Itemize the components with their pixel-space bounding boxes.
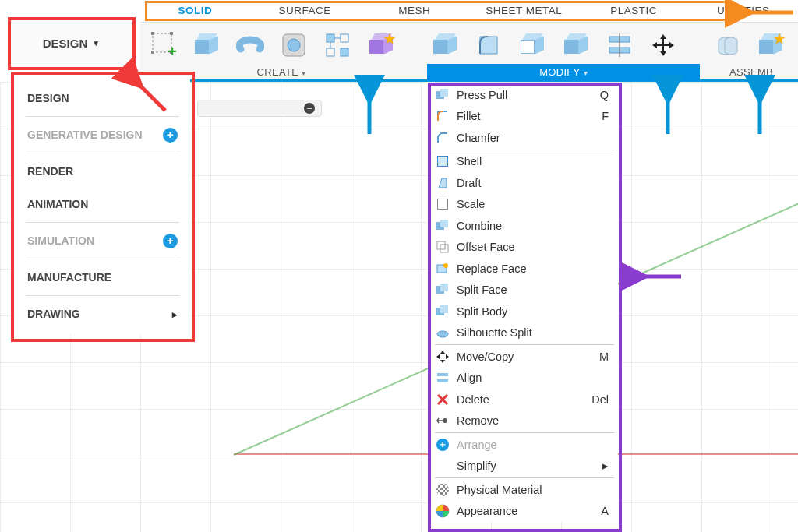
modify-item-arrange[interactable]: +Arrange [431,434,618,456]
svg-rect-1 [151,32,154,35]
split-face-icon [436,283,450,297]
svg-point-6 [288,39,300,51]
modify-item-material[interactable]: Physical Material [431,479,618,501]
align-icon [436,371,450,385]
modify-item-label: Scale [457,198,485,210]
modify-item-combine[interactable]: Combine [431,215,618,237]
svg-point-21 [443,263,448,268]
star-badge-icon: ★ [773,30,786,48]
modify-item-replace-face[interactable]: Replace Face [431,258,618,280]
svg-rect-23 [437,373,448,376]
workspace-switcher-button[interactable]: DESIGN ▼ [11,20,132,66]
tool-shell[interactable] [514,26,550,64]
modify-item-shell[interactable]: Shell [431,151,618,173]
tool-pattern[interactable] [320,26,355,64]
ws-item-manufacture[interactable]: MANUFACTURE [15,261,190,294]
modify-item-remove[interactable]: Remove [431,410,618,432]
tab-solid[interactable]: SOLID [140,0,250,22]
modify-item-shortcut: M [599,351,609,363]
ws-item-animation[interactable]: ANIMATION [15,188,190,220]
workspace-dropdown-panel: DESIGN GENERATIVE DESIGN+ RENDER ANIMATI… [15,76,190,335]
modify-item-draft[interactable]: Draft [431,172,618,194]
tool-form[interactable]: ★ [363,26,399,64]
modify-item-label: Replace Face [457,262,526,275]
modify-item-label: Silhouette Split [457,326,532,339]
tab-sheet-metal[interactable]: SHEET METAL [469,0,579,22]
ws-item-render[interactable]: RENDER [15,155,190,188]
tool-joint[interactable] [709,26,745,64]
chevron-right-icon [602,460,609,472]
modify-item-label: Draft [457,177,481,189]
separator [26,259,179,259]
tool-align[interactable] [602,26,637,64]
tool-move[interactable] [645,26,681,64]
separator [26,116,179,117]
tool-fillet[interactable] [471,26,507,64]
press-pull-icon [436,88,450,102]
ribbon-label-assemble[interactable]: ASSEMB [709,64,793,81]
modify-item-label: Press Pull [457,89,507,101]
ws-item-label: ANIMATION [27,198,88,210]
ws-item-label: GENERATIVE DESIGN [27,129,143,141]
tool-sketch[interactable]: + [145,26,181,64]
ws-item-label: DESIGN [27,92,69,104]
replace-face-icon [436,262,450,276]
modify-item-press-pull[interactable]: Press PullQ [431,84,618,106]
scale-icon [436,197,450,211]
extension-plus-icon[interactable]: + [163,234,178,248]
modify-item-split-body[interactable]: Split Body [431,301,618,322]
offset-face-icon [436,240,450,254]
ws-item-simulation[interactable]: SIMULATION+ [15,224,190,257]
separator [435,344,614,345]
tool-press-pull[interactable] [427,26,463,64]
modify-item-shortcut: F [602,110,609,122]
close-tab-icon[interactable]: – [304,103,315,114]
svg-rect-9 [327,48,334,56]
document-tab-bar[interactable]: – [197,100,322,117]
extension-plus-icon[interactable]: + [163,128,178,143]
tab-plastic[interactable]: PLASTIC [579,0,689,22]
modify-item-scale[interactable]: Scale [431,194,618,216]
modify-item-fillet[interactable]: FilletF [431,106,618,128]
modify-item-delete[interactable]: DeleteDel [431,389,618,410]
tab-utilities[interactable]: UTILITIES [688,0,798,22]
modify-item-offset-face[interactable]: Offset Face [431,237,618,259]
ws-item-label: MANUFACTURE [27,271,111,284]
tool-asbuilt-joint[interactable]: ★ [753,26,789,64]
ribbon-label-modify[interactable]: MODIFY [427,64,700,81]
tool-box[interactable] [189,26,224,64]
silhouette-icon [436,326,450,340]
ws-item-generative[interactable]: GENERATIVE DESIGN+ [15,118,190,151]
modify-item-align[interactable]: Align [431,368,618,389]
modify-item-label: Remove [457,414,499,427]
tool-hole[interactable] [276,26,312,64]
separator [26,153,179,153]
svg-rect-7 [327,34,334,42]
modify-item-appearance[interactable]: AppearanceA [431,501,618,523]
modify-item-move[interactable]: Move/CopyM [431,346,618,368]
tool-combine[interactable] [558,26,594,64]
svg-point-22 [437,331,448,337]
svg-rect-8 [341,34,348,42]
tab-mesh[interactable]: MESH [359,0,469,22]
modify-item-silhouette[interactable]: Silhouette Split [431,322,618,344]
modify-item-simplify[interactable]: Simplify [431,456,618,477]
modify-item-split-face[interactable]: Split Face [431,280,618,301]
modify-item-chamfer[interactable]: Chamfer [431,127,618,149]
shell-icon [436,154,450,168]
ws-item-design[interactable]: DESIGN [15,82,190,115]
tab-surface[interactable]: SURFACE [250,0,360,22]
tool-revolve[interactable] [232,26,268,64]
modify-item-shortcut: Del [591,393,609,406]
modify-item-shortcut: A [601,505,609,517]
svg-point-30 [436,484,449,496]
ws-item-drawing[interactable]: DRAWING [15,298,190,330]
workspace-switcher-label: DESIGN [43,37,88,50]
svg-rect-19 [440,245,448,252]
separator [435,432,614,433]
remove-icon [436,414,450,428]
arrange-icon: + [436,438,450,452]
separator [435,150,614,150]
svg-rect-18 [437,241,445,249]
ws-item-label: RENDER [27,165,73,178]
